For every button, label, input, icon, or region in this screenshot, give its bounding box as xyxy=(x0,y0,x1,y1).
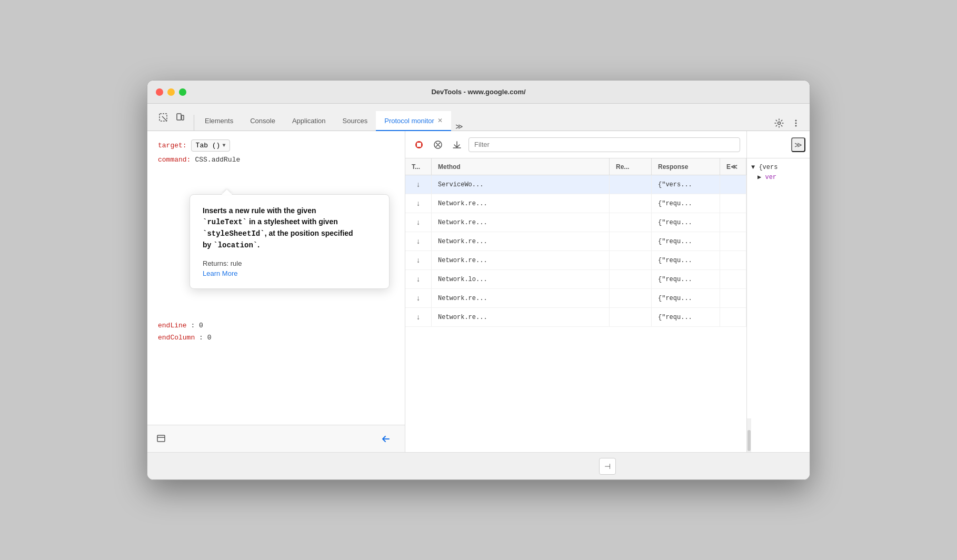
inspect-element-icon[interactable] xyxy=(156,110,171,125)
row-method: Network.re... xyxy=(432,251,610,269)
end-column-key: endColumn xyxy=(158,334,195,342)
row-re xyxy=(610,289,652,307)
row-response: {"requ... xyxy=(652,194,720,213)
end-line-key: endLine xyxy=(158,322,187,329)
table-header: T... Method Re... Response E≪ xyxy=(405,158,746,175)
row-type: ↓ xyxy=(405,289,432,307)
svg-rect-9 xyxy=(417,143,421,147)
tab-protocol-monitor[interactable]: Protocol monitor ✕ xyxy=(376,111,451,131)
target-row: target: Tab () ▼ xyxy=(158,139,394,152)
row-response: {"requ... xyxy=(652,308,720,326)
tooltip-arrow xyxy=(222,189,232,195)
row-method: Network.lo... xyxy=(432,270,610,288)
settings-icon[interactable] xyxy=(772,116,786,131)
row-re xyxy=(610,213,652,232)
window-controls xyxy=(156,88,186,96)
table-row[interactable]: ↓ Network.re... {"requ... xyxy=(405,251,746,270)
end-column-value: 0 xyxy=(207,334,212,342)
detail-line-2: ▶ ver xyxy=(751,173,805,183)
table-row[interactable]: ↓ ServiceWo... {"vers... xyxy=(405,175,746,194)
target-label: target: xyxy=(158,142,187,149)
table-row[interactable]: ↓ Network.re... {"requ... xyxy=(405,289,746,308)
row-re xyxy=(610,194,652,213)
scrollbar-thumb[interactable] xyxy=(747,430,751,451)
command-value: CSS.addRule xyxy=(195,156,240,164)
detail-toolbar: ≫ xyxy=(747,131,810,158)
table-row[interactable]: ↓ Network.lo... {"requ... xyxy=(405,270,746,289)
end-column-colon: : xyxy=(195,334,207,342)
tab-application[interactable]: Application xyxy=(284,111,334,131)
row-method: Network.re... xyxy=(432,308,610,326)
row-method: Network.re... xyxy=(432,289,610,307)
row-method: Network.re... xyxy=(432,213,610,232)
table-row[interactable]: ↓ Network.re... {"requ... xyxy=(405,194,746,213)
col-header-response: Response xyxy=(652,158,720,175)
tab-close-icon[interactable]: ✕ xyxy=(437,117,443,124)
right-area: T... Method Re... Response E≪ xyxy=(405,131,810,452)
stop-recording-button[interactable] xyxy=(412,137,426,152)
row-e xyxy=(720,194,746,213)
minimize-button[interactable] xyxy=(167,88,175,96)
table-row[interactable]: ↓ Network.re... {"requ... xyxy=(405,232,746,251)
more-options-icon[interactable] xyxy=(789,116,803,131)
col-header-e: E≪ xyxy=(720,158,746,175)
row-type: ↓ xyxy=(405,308,432,326)
tab-overflow-button[interactable]: ≫ xyxy=(451,122,467,131)
row-e xyxy=(720,308,746,326)
end-column-row: endColumn : 0 xyxy=(158,334,394,342)
protocol-monitor-panel: T... Method Re... Response E≪ xyxy=(405,131,746,452)
title-bar: DevTools - www.google.com/ xyxy=(147,81,810,104)
row-e xyxy=(720,289,746,307)
send-command-button[interactable] xyxy=(377,431,394,447)
protocol-table: T... Method Re... Response E≪ xyxy=(405,158,746,452)
svg-point-4 xyxy=(795,120,797,122)
row-response: {"requ... xyxy=(652,251,720,269)
window-title: DevTools - www.google.com/ xyxy=(431,88,525,96)
tab-sources[interactable]: Sources xyxy=(334,111,376,131)
devtools-icon-group xyxy=(152,104,192,131)
row-e xyxy=(720,251,746,269)
device-toolbar-icon[interactable] xyxy=(173,110,187,125)
row-type: ↓ xyxy=(405,213,432,232)
expand-detail-button[interactable]: ≫ xyxy=(791,137,805,152)
table-row[interactable]: ↓ Network.re... {"requ... xyxy=(405,213,746,232)
target-dropdown[interactable]: Tab () ▼ xyxy=(191,139,231,152)
tab-console[interactable]: Console xyxy=(242,111,284,131)
row-type: ↓ xyxy=(405,270,432,288)
filter-input[interactable] xyxy=(468,137,740,152)
col-header-t: T... xyxy=(405,158,432,175)
end-line-value: 0 xyxy=(199,322,203,329)
bottom-bar: ⊣ xyxy=(147,452,810,479)
new-tab-icon[interactable] xyxy=(154,432,168,446)
svg-point-3 xyxy=(778,122,781,125)
row-re xyxy=(610,308,652,326)
row-type: ↓ xyxy=(405,175,432,194)
end-line-colon: : xyxy=(187,322,199,329)
toggle-panel-button[interactable]: ⊣ xyxy=(599,458,616,475)
row-e xyxy=(720,175,746,194)
learn-more-link[interactable]: Learn More xyxy=(203,269,237,277)
table-row[interactable]: ↓ Network.re... {"requ... xyxy=(405,308,746,327)
svg-rect-7 xyxy=(157,435,165,442)
main-content: target: Tab () ▼ command: CSS.addRule In… xyxy=(147,131,810,452)
row-e xyxy=(720,270,746,288)
svg-rect-2 xyxy=(182,115,184,120)
row-response: {"requ... xyxy=(652,213,720,232)
row-response: {"requ... xyxy=(652,232,720,251)
clear-button[interactable] xyxy=(431,137,445,152)
command-row: command: CSS.addRule xyxy=(158,156,394,164)
row-e xyxy=(720,232,746,251)
row-re xyxy=(610,251,652,269)
maximize-button[interactable] xyxy=(179,88,186,96)
row-type: ↓ xyxy=(405,194,432,213)
svg-point-6 xyxy=(795,125,797,127)
save-button[interactable] xyxy=(450,137,464,152)
svg-rect-1 xyxy=(177,114,181,120)
row-type: ↓ xyxy=(405,232,432,251)
tab-elements[interactable]: Elements xyxy=(196,111,242,131)
close-button[interactable] xyxy=(156,88,163,96)
detail-line-1: ▼ {vers xyxy=(751,163,805,173)
target-value: Tab () xyxy=(196,142,221,149)
row-re xyxy=(610,232,652,251)
row-response: {"vers... xyxy=(652,175,720,194)
